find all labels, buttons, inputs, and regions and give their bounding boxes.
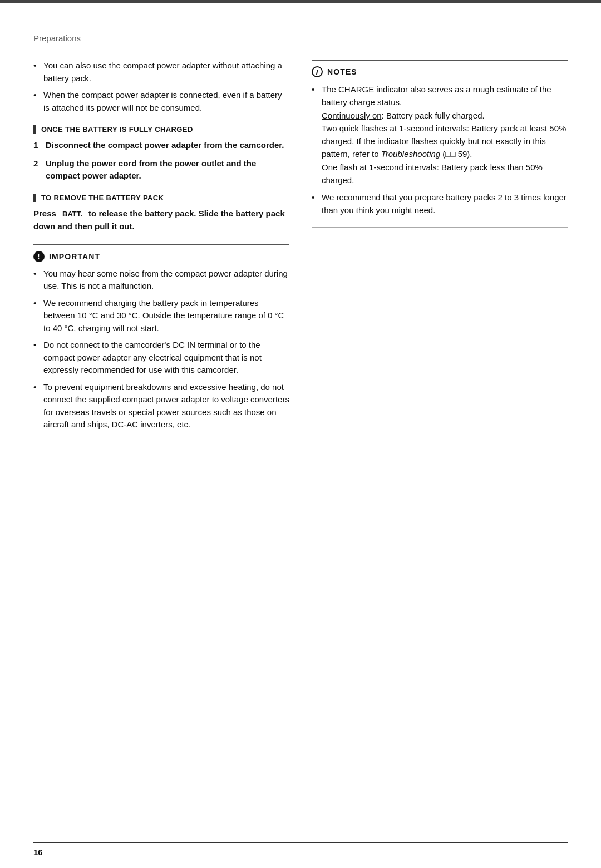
notes-box: i Notes The CHARGE indicator also serves… bbox=[312, 60, 568, 228]
step-1: 1 Disconnect the compact power adapter f… bbox=[33, 139, 289, 152]
note-one-flash: One flash at 1-second intervals bbox=[322, 162, 437, 172]
note-2-text: We recommend that you prepare battery pa… bbox=[322, 193, 566, 215]
step-2-text: Unplug the power cord from the power out… bbox=[46, 159, 256, 181]
important-bullet-2: We recommend charging the battery pack i… bbox=[33, 297, 289, 335]
batt-key: BATT. bbox=[60, 208, 85, 221]
important-box: ! Important You may hear some noise from… bbox=[33, 244, 289, 448]
important-header: ! Important bbox=[33, 251, 289, 262]
top-bar bbox=[0, 0, 601, 3]
page-footer: 16 bbox=[33, 842, 568, 857]
press-text-before: Press bbox=[33, 209, 58, 218]
step-1-num: 1 bbox=[33, 139, 38, 152]
bullet-compact-power: You can also use the compact power adapt… bbox=[33, 60, 289, 85]
note-1-charge-text: The CHARGE indicator also serves as a ro… bbox=[322, 85, 551, 107]
important-bullet-1: You may hear some noise from the compact… bbox=[33, 268, 289, 293]
note-troubleshooting-link: Troubleshooting bbox=[381, 149, 440, 159]
remove-battery-heading: To remove the battery pack bbox=[33, 194, 289, 202]
left-column: You can also use the compact power adapt… bbox=[33, 60, 289, 458]
important-bullets: You may hear some noise from the compact… bbox=[33, 268, 289, 431]
notes-icon: i bbox=[312, 66, 323, 77]
note-troubleshooting-ref: (□□ 59). bbox=[440, 149, 472, 159]
notes-label: Notes bbox=[327, 67, 357, 76]
note-continuously-on: Continuously on bbox=[322, 111, 382, 120]
step-2: 2 Unplug the power cord from the power o… bbox=[33, 157, 289, 183]
important-bullet-4: To prevent equipment breakdowns and exce… bbox=[33, 381, 289, 431]
right-column: i Notes The CHARGE indicator also serves… bbox=[312, 60, 568, 458]
note-2: We recommend that you prepare battery pa… bbox=[312, 191, 568, 217]
steps-list: 1 Disconnect the compact power adapter f… bbox=[33, 139, 289, 183]
breadcrumb: Preparations bbox=[33, 33, 568, 43]
step-2-num: 2 bbox=[33, 157, 38, 170]
note-continuously-on-desc: : Battery pack fully charged. bbox=[382, 111, 485, 120]
step-1-text: Disconnect the compact power adapter fro… bbox=[46, 140, 284, 150]
page-number: 16 bbox=[33, 847, 43, 857]
important-icon: ! bbox=[33, 251, 45, 262]
bullet-connected: When the compact power adapter is connec… bbox=[33, 89, 289, 114]
press-batt-instruction: Press BATT. to release the battery pack.… bbox=[33, 208, 289, 233]
important-label: Important bbox=[49, 252, 100, 261]
note-two-flashes: Two quick flashes at 1-second intervals bbox=[322, 124, 467, 133]
notes-header: i Notes bbox=[312, 66, 568, 77]
once-charged-heading: Once the battery is fully charged bbox=[33, 125, 289, 134]
important-bullet-3: Do not connect to the camcorder's DC IN … bbox=[33, 339, 289, 377]
note-1: The CHARGE indicator also serves as a ro… bbox=[312, 83, 568, 186]
intro-bullets: You can also use the compact power adapt… bbox=[33, 60, 289, 114]
